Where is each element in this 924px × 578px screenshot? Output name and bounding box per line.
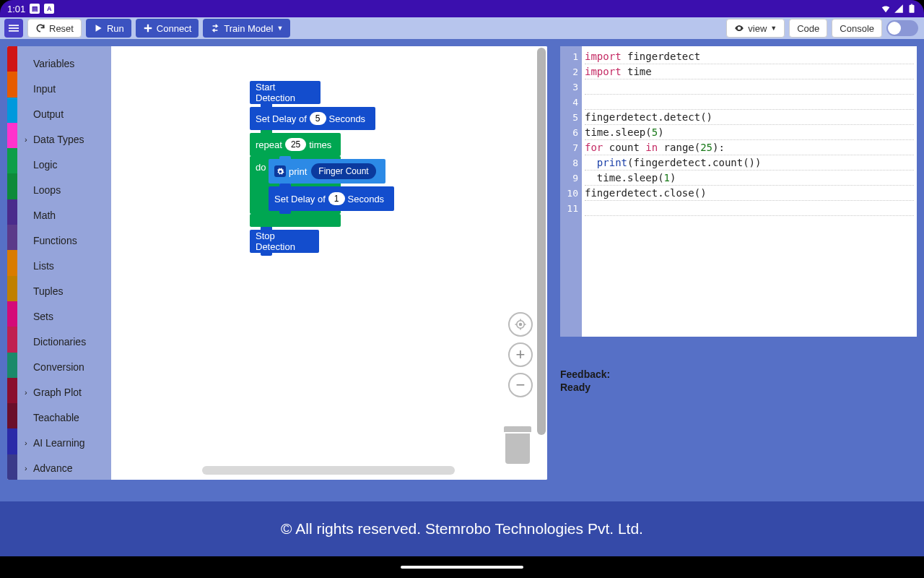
category-functions[interactable]: Functions <box>17 228 111 253</box>
code-line-7: for count in range(25): <box>585 140 914 155</box>
category-logic[interactable]: Logic <box>17 152 111 177</box>
category-data-types[interactable]: ›Data Types <box>17 126 111 152</box>
block-start-detection[interactable]: Start Detection <box>250 81 321 104</box>
category-input[interactable]: Input <box>17 76 111 101</box>
repeat-value[interactable]: 25 <box>285 138 306 151</box>
code-line-11 <box>585 201 914 216</box>
category-loops[interactable]: Loops <box>17 177 111 202</box>
category-conversion[interactable]: Conversion <box>17 354 111 379</box>
hamburger-icon <box>9 23 19 33</box>
footer-text: © All rights reserved. Stemrobo Technolo… <box>281 520 643 538</box>
train-model-button[interactable]: Train Model ▼ <box>203 19 290 38</box>
train-label: Train Model <box>224 23 273 34</box>
menu-button[interactable] <box>4 19 23 38</box>
retweet-icon <box>210 23 220 33</box>
battery-icon <box>907 4 917 14</box>
block-print[interactable]: print Finger Count <box>269 159 385 184</box>
gear-icon[interactable] <box>274 165 286 177</box>
home-indicator[interactable] <box>401 566 523 569</box>
zoom-out-button[interactable]: − <box>508 373 533 397</box>
line-gutter: 1234567891011 <box>560 46 582 337</box>
connect-label: Connect <box>157 23 191 34</box>
delay2-suf: Seconds <box>348 194 385 204</box>
category-label: Graph Plot <box>33 387 82 398</box>
code-line-9: time.sleep(1) <box>585 171 914 186</box>
signal-icon <box>894 4 904 14</box>
run-button[interactable]: Run <box>86 19 131 38</box>
category-ai-learning[interactable]: ›AI Learning <box>17 430 111 455</box>
reset-button[interactable]: Reset <box>27 19 82 38</box>
status-bar: 1:01 ▤ A <box>0 0 924 17</box>
print-label: print <box>289 166 307 177</box>
category-math[interactable]: Math <box>17 202 111 228</box>
trash-button[interactable] <box>504 429 531 467</box>
toggle-switch[interactable] <box>886 20 918 36</box>
code-label: Code <box>797 23 819 34</box>
category-label: Loops <box>33 184 61 196</box>
category-advance[interactable]: ›Advance <box>17 455 111 480</box>
category-label: Dictionaries <box>33 336 86 348</box>
main-area: VariablesInputOutput›Data TypesLogicLoop… <box>0 39 924 501</box>
code-line-5: fingerdetect.detect() <box>585 110 914 125</box>
category-label: Input <box>33 83 56 95</box>
block-repeat-header[interactable]: repeat 25 times <box>250 133 341 156</box>
blockly-panel: VariablesInputOutput›Data TypesLogicLoop… <box>7 46 547 480</box>
toggle-knob <box>888 22 901 35</box>
block-canvas[interactable]: Start Detection Set Delay of 5 Seconds r… <box>111 46 547 480</box>
chevron-icon: › <box>25 135 30 144</box>
zoom-in-button[interactable]: + <box>508 342 533 367</box>
vertical-scrollbar[interactable] <box>537 48 546 435</box>
code-button[interactable]: Code <box>789 19 827 38</box>
delay2-value[interactable]: 1 <box>328 192 345 205</box>
svg-rect-6 <box>144 27 152 29</box>
block-stop-label: Stop Detection <box>256 230 313 252</box>
category-label: Sets <box>33 311 53 322</box>
svg-point-8 <box>520 324 522 326</box>
target-icon <box>514 318 527 331</box>
category-label: Tuples <box>33 285 64 297</box>
delay1-value[interactable]: 5 <box>310 112 326 125</box>
block-set-delay-5[interactable]: Set Delay of 5 Seconds <box>250 107 375 130</box>
code-view[interactable]: import fingerdetectimport timefingerdete… <box>582 46 917 337</box>
svg-rect-4 <box>9 30 19 32</box>
block-repeat-body[interactable]: do print Finger Count Set Delay of 1 Sec… <box>250 156 341 214</box>
block-stop-detection[interactable]: Stop Detection <box>250 230 319 253</box>
category-lists[interactable]: Lists <box>17 253 111 278</box>
category-label: Lists <box>33 260 54 272</box>
svg-rect-1 <box>911 4 912 5</box>
block-repeat-footer[interactable] <box>250 214 341 227</box>
status-time: 1:01 <box>7 4 25 14</box>
category-graph-plot[interactable]: ›Graph Plot <box>17 379 111 405</box>
category-list: VariablesInputOutput›Data TypesLogicLoop… <box>17 46 111 480</box>
category-label: Data Types <box>33 134 84 145</box>
block-stack[interactable]: Start Detection Set Delay of 5 Seconds r… <box>250 81 375 253</box>
category-sets[interactable]: Sets <box>17 303 111 329</box>
category-color-strip <box>7 46 17 480</box>
delay2-pre: Set Delay of <box>274 194 326 204</box>
category-label: Math <box>33 210 56 221</box>
delay1-suf: Seconds <box>329 113 366 124</box>
category-dictionaries[interactable]: Dictionaries <box>17 329 111 354</box>
category-tuples[interactable]: Tuples <box>17 278 111 303</box>
status-notif1-icon: ▤ <box>30 4 40 14</box>
block-set-delay-1[interactable]: Set Delay of 1 Seconds <box>269 186 394 211</box>
toolbar: Reset Run Connect Train Model ▼ view ▼ C… <box>0 17 924 39</box>
feedback-label: Feedback: <box>560 368 917 380</box>
delay1-pre: Set Delay of <box>256 113 307 124</box>
category-label: Functions <box>33 235 77 246</box>
category-teachable[interactable]: Teachable <box>17 405 111 430</box>
refresh-icon <box>35 23 45 33</box>
code-line-3 <box>585 79 914 95</box>
connect-button[interactable]: Connect <box>136 19 199 38</box>
horizontal-scrollbar[interactable] <box>202 466 455 475</box>
svg-rect-3 <box>9 27 19 29</box>
view-label: view <box>748 23 767 34</box>
category-variables[interactable]: Variables <box>17 51 111 76</box>
status-notif2-icon: A <box>44 4 54 14</box>
finger-count-pill[interactable]: Finger Count <box>311 163 375 179</box>
view-dropdown[interactable]: view ▼ <box>726 19 785 38</box>
center-button[interactable] <box>508 312 533 337</box>
repeat-suf: times <box>309 139 331 150</box>
category-output[interactable]: Output <box>17 101 111 126</box>
console-button[interactable]: Console <box>832 19 882 38</box>
